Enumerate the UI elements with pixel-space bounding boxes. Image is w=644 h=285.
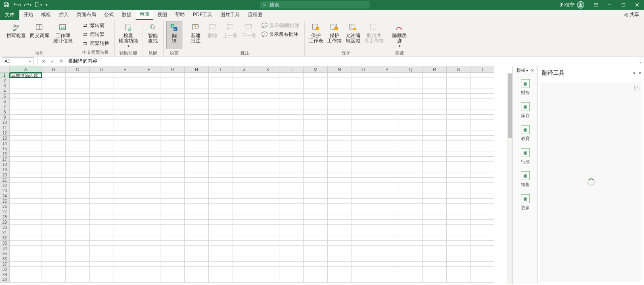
cell-C27[interactable]	[66, 209, 90, 214]
cell-O14[interactable]	[351, 141, 375, 146]
cell-Q30[interactable]	[399, 225, 423, 230]
cell-G22[interactable]	[161, 183, 185, 188]
row-header-40[interactable]: 40	[0, 277, 10, 283]
cell-L3[interactable]	[280, 83, 304, 88]
cell-N23[interactable]	[328, 188, 351, 193]
cell-G27[interactable]	[161, 209, 185, 214]
cell-A5[interactable]	[10, 94, 42, 99]
cell-J3[interactable]	[232, 83, 256, 88]
cell-M1[interactable]	[304, 73, 328, 78]
cell-G11[interactable]	[161, 125, 185, 130]
cell-P33[interactable]	[375, 241, 399, 246]
row-header-6[interactable]: 6	[0, 99, 10, 104]
cell-P31[interactable]	[375, 230, 399, 235]
cell-J5[interactable]	[232, 94, 256, 99]
cell-N22[interactable]	[328, 183, 351, 188]
cell-M25[interactable]	[304, 199, 328, 204]
cell-K7[interactable]	[256, 104, 280, 109]
cell-C3[interactable]	[66, 83, 90, 88]
cell-I13[interactable]	[209, 136, 232, 141]
cell-B24[interactable]	[42, 193, 66, 199]
cell-L37[interactable]	[280, 262, 304, 267]
cell-C1[interactable]	[66, 73, 90, 78]
cell-A16[interactable]	[10, 151, 42, 157]
cell-D3[interactable]	[90, 83, 113, 88]
cell-T30[interactable]	[470, 225, 494, 230]
cell-C32[interactable]	[66, 235, 90, 241]
cell-A12[interactable]	[10, 130, 42, 136]
cell-R30[interactable]	[423, 225, 447, 230]
cell-T23[interactable]	[470, 188, 494, 193]
column-header-F[interactable]: F	[137, 66, 161, 73]
cell-N27[interactable]	[328, 209, 351, 214]
row-header-31[interactable]: 31	[0, 230, 10, 235]
row-header-3[interactable]: 3	[0, 83, 10, 88]
cell-B12[interactable]	[42, 130, 66, 136]
cell-J26[interactable]	[232, 204, 256, 209]
smart-lookup-button[interactable]: i智能 查找	[145, 21, 161, 49]
cell-F7[interactable]	[137, 104, 161, 109]
ribbon-display-button[interactable]	[589, 0, 603, 10]
cell-G40[interactable]	[161, 277, 185, 283]
cell-T25[interactable]	[470, 199, 494, 204]
cell-Q18[interactable]	[399, 162, 423, 167]
cell-S23[interactable]	[447, 188, 470, 193]
cell-T32[interactable]	[470, 235, 494, 241]
cell-O23[interactable]	[351, 188, 375, 193]
cell-O26[interactable]	[351, 204, 375, 209]
cell-J18[interactable]	[232, 162, 256, 167]
cell-E5[interactable]	[113, 94, 137, 99]
cell-J35[interactable]	[232, 251, 256, 256]
cell-J31[interactable]	[232, 230, 256, 235]
cell-J16[interactable]	[232, 151, 256, 157]
cell-Q11[interactable]	[399, 125, 423, 130]
cell-G12[interactable]	[161, 130, 185, 136]
cell-L1[interactable]	[280, 73, 304, 78]
cell-S4[interactable]	[447, 88, 470, 94]
cell-M32[interactable]	[304, 235, 328, 241]
cell-I23[interactable]	[209, 188, 232, 193]
cell-A22[interactable]	[10, 183, 42, 188]
cell-K31[interactable]	[256, 230, 280, 235]
cell-G4[interactable]	[161, 88, 185, 94]
cell-K10[interactable]	[256, 120, 280, 125]
cell-D36[interactable]	[90, 256, 113, 262]
cell-M27[interactable]	[304, 209, 328, 214]
cell-O3[interactable]	[351, 83, 375, 88]
cell-T39[interactable]	[470, 272, 494, 277]
cell-R22[interactable]	[423, 183, 447, 188]
cell-P38[interactable]	[375, 267, 399, 272]
cell-H13[interactable]	[185, 136, 209, 141]
cell-B8[interactable]	[42, 109, 66, 115]
cell-B28[interactable]	[42, 214, 66, 220]
cell-F25[interactable]	[137, 199, 161, 204]
cell-E33[interactable]	[113, 241, 137, 246]
cell-R36[interactable]	[423, 256, 447, 262]
cell-O10[interactable]	[351, 120, 375, 125]
cell-E39[interactable]	[113, 272, 137, 277]
cell-B40[interactable]	[42, 277, 66, 283]
row-header-11[interactable]: 11	[0, 125, 10, 130]
cell-N24[interactable]	[328, 193, 351, 199]
cell-R34[interactable]	[423, 246, 447, 251]
cell-D2[interactable]	[90, 78, 113, 83]
cell-A13[interactable]	[10, 136, 42, 141]
cell-I30[interactable]	[209, 225, 232, 230]
cell-N11[interactable]	[328, 125, 351, 130]
cell-S6[interactable]	[447, 99, 470, 104]
cell-O25[interactable]	[351, 199, 375, 204]
cell-N20[interactable]	[328, 172, 351, 178]
cell-K4[interactable]	[256, 88, 280, 94]
tab-help[interactable]: 帮助	[171, 10, 189, 20]
cell-F27[interactable]	[137, 209, 161, 214]
cell-G23[interactable]	[161, 188, 185, 193]
column-header-K[interactable]: K	[256, 66, 280, 73]
cell-L38[interactable]	[280, 267, 304, 272]
cell-J32[interactable]	[232, 235, 256, 241]
cell-H1[interactable]	[185, 73, 209, 78]
cell-C4[interactable]	[66, 88, 90, 94]
cell-N13[interactable]	[328, 136, 351, 141]
cell-H36[interactable]	[185, 256, 209, 262]
cell-K16[interactable]	[256, 151, 280, 157]
cell-I3[interactable]	[209, 83, 232, 88]
